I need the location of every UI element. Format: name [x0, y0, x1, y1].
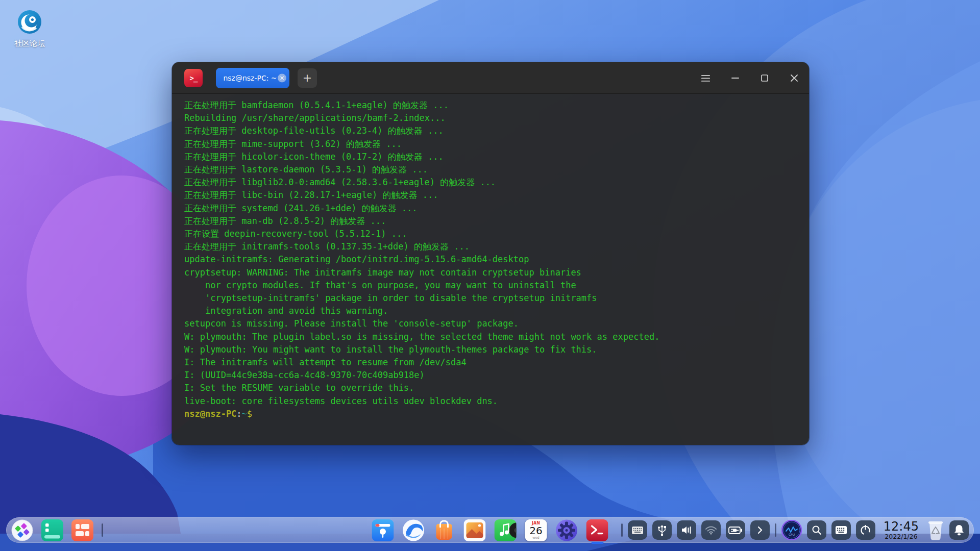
desktop-shortcut-community-forum[interactable]: 社区论坛: [6, 9, 53, 48]
battery-charging-icon[interactable]: [726, 520, 745, 540]
terminal-line: update-initramfs: Generating /boot/initr…: [184, 253, 799, 266]
terminal-tab[interactable]: nsz@nsz-PC: ~ ×: [216, 68, 289, 88]
svg-text:CPU: CPU: [789, 533, 795, 536]
terminal-line: I: (UUID=44c9e38a-cc6a-4c48-9370-70c409a…: [184, 369, 799, 382]
prompt-path: ~: [242, 409, 247, 419]
dock-tray-section: CPU 12:45 2022/1/26: [621, 517, 969, 543]
prompt-user-host: nsz@nsz-PC: [184, 409, 236, 419]
terminal-line: Rebuilding /usr/share/applications/bamf-…: [184, 112, 799, 124]
terminal-line: setupcon is missing. Please install the …: [184, 317, 799, 330]
calendar-weekday: wed: [525, 536, 547, 540]
terminal-line: 正在处理用于 bamfdaemon (0.5.4.1-1+eagle) 的触发器…: [184, 99, 799, 112]
terminal-app-icon: >_: [184, 69, 203, 87]
terminal-line: nor crypto modules. If that's on purpose…: [184, 279, 799, 292]
shortcut-label: 社区论坛: [6, 39, 53, 48]
close-icon[interactable]: [787, 70, 802, 86]
terminal-line: I: The initramfs will attempt to resume …: [184, 356, 799, 369]
tab-title: nsz@nsz-PC: ~: [223, 74, 282, 82]
clock-date: 2022/1/26: [884, 533, 919, 540]
dock-clock[interactable]: 12:45 2022/1/26: [884, 520, 919, 540]
dock-apps-section: JAN 26 wed: [372, 517, 608, 543]
dock-separator: [621, 523, 623, 537]
tab-close-icon[interactable]: ×: [278, 73, 286, 82]
terminal-line: integration and avoid this warning.: [184, 305, 799, 317]
calendar-day: 26: [525, 525, 547, 536]
maximize-icon[interactable]: [757, 70, 772, 86]
terminal-line: 正在处理用于 hicolor-icon-theme (0.17-2) 的触发器 …: [184, 151, 799, 163]
control-center-icon[interactable]: [556, 519, 578, 541]
minimize-icon[interactable]: [727, 70, 743, 86]
terminal-content[interactable]: 正在处理用于 bamfdaemon (0.5.4.1-1+eagle) 的触发器…: [172, 94, 809, 420]
terminal-line: 正在处理用于 initramfs-tools (0.137.35-1+dde) …: [184, 240, 799, 253]
usb-device-icon[interactable]: [652, 520, 672, 540]
virtual-keyboard-icon[interactable]: [628, 520, 647, 540]
clock-time: 12:45: [884, 520, 919, 533]
shutdown-icon[interactable]: [856, 520, 875, 540]
app-store-icon[interactable]: [433, 519, 455, 541]
terminal-window: >_ nsz@nsz-PC: ~ × +: [172, 62, 809, 445]
tray-expand-chevron-icon[interactable]: [750, 520, 770, 540]
launcher-icon[interactable]: [11, 519, 33, 541]
menu-icon[interactable]: [698, 70, 713, 86]
dock: JAN 26 wed: [6, 517, 974, 543]
dock-separator: [102, 523, 103, 537]
prompt-symbol: $: [247, 409, 252, 419]
terminal-titlebar[interactable]: >_ nsz@nsz-PC: ~ × +: [172, 62, 809, 94]
terminal-line: 正在处理用于 systemd (241.26-1+dde) 的触发器 ...: [184, 202, 799, 215]
grand-search-icon[interactable]: [807, 520, 826, 540]
multitasking-view-icon[interactable]: [71, 519, 93, 541]
terminal-line: I: Set the RESUME variable to override t…: [184, 382, 799, 394]
terminal-line: W: plymouth: The plugin label.so is miss…: [184, 331, 799, 343]
terminal-line: 正在设置 deepin-recovery-tool (5.5.12-1) ...: [184, 228, 799, 240]
launchpad-icon[interactable]: [41, 519, 63, 541]
terminal-glyph: >_: [190, 74, 198, 82]
file-manager-icon[interactable]: [372, 519, 394, 541]
terminal-line: 正在处理用于 libglib2.0-0:amd64 (2.58.3.6-1+ea…: [184, 176, 799, 189]
terminal-line: 'cryptsetup-initramfs' package in order …: [184, 292, 799, 305]
new-tab-button[interactable]: +: [298, 68, 317, 88]
photos-icon[interactable]: [464, 519, 486, 541]
terminal-prompt: nsz@nsz-PC:~$: [184, 408, 799, 420]
browser-icon[interactable]: [403, 519, 425, 541]
terminal-line: 正在处理用于 libc-bin (2.28.17-1+eagle) 的触发器 .…: [184, 189, 799, 202]
prompt-colon: :: [236, 409, 241, 419]
wifi-icon[interactable]: [701, 520, 721, 540]
terminal-line: live-boot: core filesystems devices util…: [184, 395, 799, 408]
dock-left-section: [11, 517, 103, 543]
onboard-keyboard-icon[interactable]: [831, 520, 851, 540]
volume-icon[interactable]: [677, 520, 696, 540]
terminal-line: 正在处理用于 man-db (2.8.5-2) 的触发器 ...: [184, 215, 799, 228]
deepin-logo-icon: [17, 9, 42, 35]
terminal-line: 正在处理用于 lastore-daemon (5.3.5-1) 的触发器 ...: [184, 163, 799, 176]
dock-terminal-icon[interactable]: [586, 519, 608, 541]
terminal-line: 正在处理用于 mime-support (3.62) 的触发器 ...: [184, 138, 799, 151]
terminal-line: W: plymouth: You might want to install t…: [184, 343, 799, 356]
system-monitor-icon[interactable]: CPU: [781, 520, 802, 540]
terminal-output: 正在处理用于 bamfdaemon (0.5.4.1-1+eagle) 的触发器…: [184, 99, 799, 408]
notification-center-icon[interactable]: [949, 520, 969, 540]
desktop: 社区论坛 >_ nsz@nsz-PC: ~ × +: [0, 0, 980, 551]
active-app-indicator: [591, 542, 603, 544]
music-icon[interactable]: [495, 519, 517, 541]
calendar-icon[interactable]: JAN 26 wed: [525, 519, 547, 541]
terminal-line: cryptsetup: WARNING: The initramfs image…: [184, 266, 799, 279]
dock-separator: [775, 523, 776, 537]
terminal-line: 正在处理用于 desktop-file-utils (0.23-4) 的触发器 …: [184, 124, 799, 137]
trash-icon[interactable]: [927, 520, 944, 540]
